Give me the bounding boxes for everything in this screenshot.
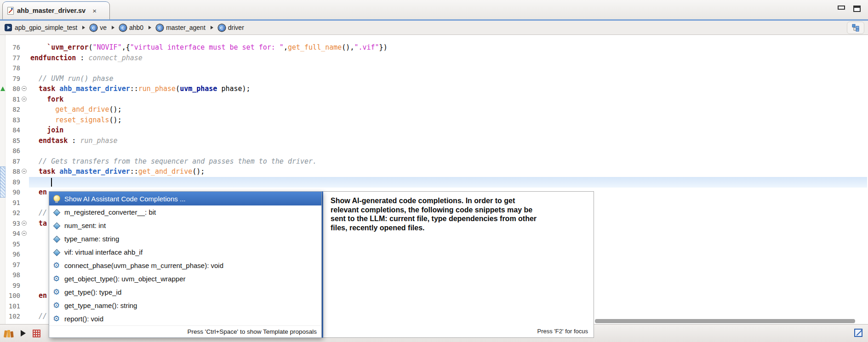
code-line-76[interactable]: `uvm_error("NOVIF",{"virtual interface m… xyxy=(30,42,388,53)
line-number: 88 xyxy=(5,166,20,177)
code-segment: uvm_phase xyxy=(180,85,217,93)
line-number: 82 xyxy=(5,104,20,115)
breadcrumb-item-master_agent[interactable]: Cmaster_agent xyxy=(156,24,206,31)
code-completion-popup: Show AI Assistant Code Completions ...m_… xyxy=(49,191,322,338)
breadcrumb-item-ahb0[interactable]: Cahb0 xyxy=(120,24,143,31)
line-number: 78 xyxy=(5,63,20,74)
code-line-102[interactable]: // xyxy=(30,311,47,322)
code-line-79[interactable]: // UVM run() phase xyxy=(30,74,114,84)
close-icon[interactable]: × xyxy=(92,7,97,15)
code-line-82[interactable]: get_and_drive(); xyxy=(30,104,122,115)
line-number: 94 xyxy=(5,228,20,239)
line-number: 91 xyxy=(5,198,20,208)
code-line-87[interactable]: // Gets transfers from the sequencer and… xyxy=(30,156,317,167)
completion-item[interactable]: num_sent: int xyxy=(49,219,321,232)
code-segment: : xyxy=(76,54,88,62)
minimize-icon[interactable] xyxy=(838,6,845,10)
code-segment: :: xyxy=(130,85,138,93)
line-number: 98 xyxy=(5,270,20,280)
code-segment: ta xyxy=(39,219,47,228)
completion-item-ai-assistant[interactable]: Show AI Assistant Code Completions ... xyxy=(49,192,321,205)
completion-item[interactable]: get_type_name(): string xyxy=(49,299,321,312)
fold-collapse-icon[interactable] xyxy=(22,97,27,102)
completion-item[interactable]: get_type(): type_id xyxy=(49,285,321,299)
completion-label: type_name: string xyxy=(64,235,119,243)
code-segment xyxy=(30,137,39,145)
code-segment: endtask xyxy=(39,137,68,145)
code-line-92[interactable]: // xyxy=(30,208,47,218)
code-line-100[interactable]: en xyxy=(30,291,47,301)
completion-label: vif: virtual interface ahb_if xyxy=(64,248,143,256)
code-line-88[interactable]: task ahb_master_driver::get_and_drive(); xyxy=(30,166,205,177)
breadcrumb-item-driver[interactable]: Cdriver xyxy=(218,24,244,31)
module-icon xyxy=(5,24,12,31)
maximize-icon[interactable] xyxy=(853,6,861,12)
breadcrumb-item-ve[interactable]: Cve xyxy=(90,24,107,31)
completion-item[interactable]: report(): void xyxy=(49,312,321,325)
code-line-84[interactable]: join xyxy=(30,125,63,136)
hierarchy-button[interactable] xyxy=(847,22,864,34)
method-icon xyxy=(52,275,61,283)
code-segment: get_full_name xyxy=(288,43,342,51)
breadcrumb-arrow-icon xyxy=(82,26,85,29)
code-segment: }) xyxy=(379,43,388,51)
code-line-85[interactable]: endtask : run_phase xyxy=(30,136,118,146)
code-line-93[interactable]: ta xyxy=(30,218,47,229)
line-number: 84 xyxy=(5,125,20,136)
breadcrumb-label: master_agent xyxy=(166,24,206,31)
completion-item[interactable]: type_name: string xyxy=(49,232,321,245)
code-line-90[interactable]: en xyxy=(30,187,47,198)
fold-collapse-icon[interactable] xyxy=(22,231,27,236)
grid-icon[interactable] xyxy=(33,330,40,337)
code-segment xyxy=(55,85,59,93)
line-number: 79 xyxy=(5,74,20,84)
completion-item[interactable]: m_registered_converter__: bit xyxy=(49,205,321,219)
code-segment: // xyxy=(30,209,47,217)
code-segment: "virtual interface must be set for: " xyxy=(130,43,284,51)
line-number: 86 xyxy=(5,146,20,156)
breadcrumb-label: ve xyxy=(100,24,107,31)
field-icon xyxy=(52,235,61,243)
code-segment xyxy=(30,85,39,93)
code-segment xyxy=(30,126,47,134)
code-segment: "NOVIF" xyxy=(92,43,121,51)
doc-footer: Press 'F2' for focus xyxy=(537,328,588,335)
code-segment: en xyxy=(39,188,47,196)
completion-label: num_sent: int xyxy=(64,222,106,229)
horizontal-scrollbar[interactable] xyxy=(595,319,855,323)
completion-item[interactable]: vif: virtual interface ahb_if xyxy=(49,245,321,259)
code-segment: ,{ xyxy=(122,43,130,51)
code-line-77[interactable]: endfunction : connect_phase xyxy=(30,53,143,63)
line-number: 92 xyxy=(5,208,20,218)
line-number: 81 xyxy=(5,94,20,105)
completion-item[interactable]: connect_phase(uvm_phase m_current_phase)… xyxy=(49,259,321,272)
breadcrumb-label: ahb0 xyxy=(129,24,143,31)
fold-collapse-icon[interactable] xyxy=(22,169,27,174)
completion-item[interactable]: get_object_type(): uvm_object_wrapper xyxy=(49,272,321,285)
line-number: 90 xyxy=(5,187,20,198)
lightbulb-icon xyxy=(52,194,61,203)
code-segment: // Gets transfers from the sequencer and… xyxy=(30,157,317,165)
library-icon[interactable] xyxy=(4,330,14,337)
breadcrumb-item-apb_gpio_simple_test[interactable]: apb_gpio_simple_test xyxy=(5,24,77,31)
code-line-83[interactable]: reset_signals(); xyxy=(30,115,122,125)
code-segment: : xyxy=(68,137,80,145)
fold-collapse-icon[interactable] xyxy=(22,221,27,226)
method-icon xyxy=(52,302,61,310)
line-number: 101 xyxy=(5,301,20,312)
run-icon[interactable] xyxy=(21,330,26,336)
code-segment: reset_signals xyxy=(55,116,109,124)
code-segment xyxy=(30,95,47,103)
class-icon: C xyxy=(156,24,163,31)
class-icon: C xyxy=(218,24,225,31)
line-number: 76 xyxy=(5,42,20,53)
editor-tab-bar: ahb_master_driver.sv × xyxy=(0,0,868,21)
code-segment: en xyxy=(39,291,47,300)
code-line-81[interactable]: fork xyxy=(30,94,63,105)
fold-collapse-icon[interactable] xyxy=(22,86,27,91)
code-segment: ( xyxy=(176,85,180,93)
code-line-80[interactable]: task ahb_master_driver::run_phase(uvm_ph… xyxy=(30,84,251,94)
tab-ahb-master-driver[interactable]: ahb_master_driver.sv × xyxy=(2,1,110,19)
fast-view-icon[interactable] xyxy=(854,329,862,337)
code-segment: run_phase xyxy=(80,137,117,145)
